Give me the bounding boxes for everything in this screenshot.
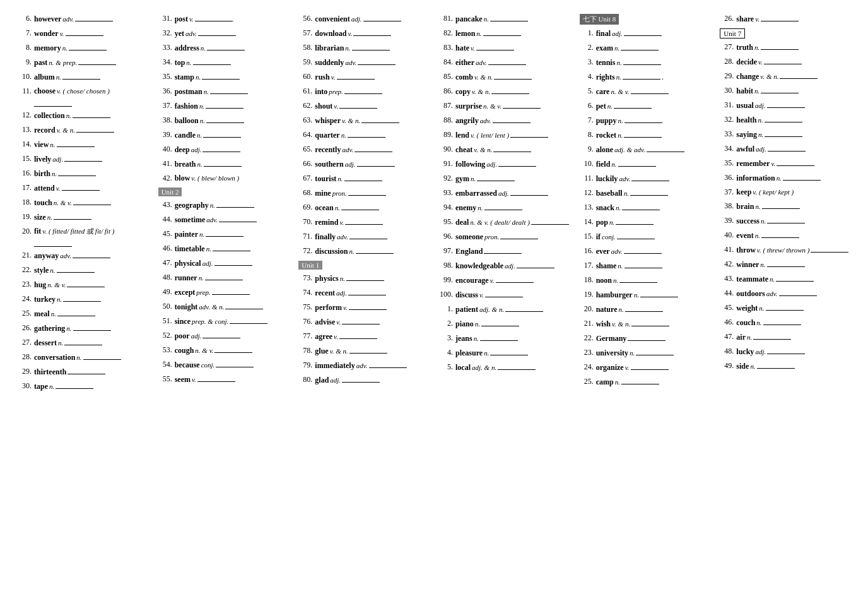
entry-number: 1. [580, 27, 594, 39]
entry-pos: n. [196, 72, 201, 83]
entry-pos: v. [490, 275, 495, 286]
entry-word: glad [315, 374, 329, 386]
entry-content: embarrassed adj. [455, 187, 570, 199]
list-item: 40.deep adj. [158, 143, 289, 155]
entry-pos: n. [759, 303, 764, 314]
entry-content: usual adj. [736, 99, 850, 111]
list-item: 77.agree v. [298, 330, 429, 342]
entry-number: 50. [158, 301, 172, 312]
entry-number: 36. [158, 85, 172, 97]
entry-pos: n. [340, 273, 345, 284]
entry-content: attend v. [34, 182, 148, 194]
entry-content: couch n. [736, 316, 850, 328]
entry-number: 6. [580, 100, 594, 111]
list-item: 20.fit v. ( fitted/ fitted 或 fit/ fit ) [18, 225, 148, 247]
entry-pos: pron. [484, 232, 499, 242]
entry-content: comb v. & n. [455, 71, 570, 83]
entry-number: 22. [18, 264, 32, 275]
entry-pos: adv. & n. [199, 302, 224, 312]
list-item: 61.into prep. [298, 85, 429, 97]
entry-number: 3. [580, 56, 594, 68]
entry-number: 17. [18, 182, 32, 193]
column-4: 81.pancake n.82.lemon n.83.hate v.84.eit… [434, 13, 575, 600]
entry-blank-line [766, 302, 804, 311]
entry-number: 35. [720, 157, 734, 169]
entry-blank-line [78, 56, 116, 65]
entry-pos: adj. [486, 159, 497, 170]
list-item: 38.brain n. [720, 200, 850, 212]
entry-blank-line [619, 274, 657, 283]
entry-blank-line [510, 129, 548, 138]
list-item: 9.alone adj. & adv. [580, 143, 710, 155]
entry-content: perform v. [315, 301, 429, 313]
entry-content: remind v. [315, 216, 429, 228]
list-item: 2.piano n. [439, 318, 570, 330]
entry-number: 64. [298, 129, 312, 140]
entry-blank-line [204, 158, 242, 167]
entry-content: glue v. & n. [315, 345, 429, 357]
entry-pos: conj. [602, 232, 616, 242]
entry-blank-line [493, 114, 531, 123]
entry-number: 31. [720, 99, 734, 110]
entry-word: runner [175, 272, 197, 283]
entry-blank-line [198, 27, 236, 36]
entry-number: 21. [580, 318, 594, 329]
entry-number: 45. [720, 302, 734, 313]
list-item: 42.winner n. [720, 258, 850, 270]
entry-content: tennis n. [596, 56, 710, 68]
list-item: 20.nature n. [580, 303, 710, 315]
entry-word: someone [455, 231, 483, 242]
entry-pos: adj. [351, 14, 362, 25]
entry-blank-line [767, 258, 805, 267]
column-3: 56.convenient adj.57.download v.58.libra… [293, 13, 434, 600]
list-item: 15.if conj. [580, 230, 710, 242]
list-item: 3.tennis n. [580, 56, 710, 68]
entry-number: 37. [720, 186, 734, 198]
entry-blank-line [202, 330, 240, 338]
entry-word: ocean [315, 202, 333, 213]
entry-word: angrily [455, 115, 479, 126]
entry-pos: n. [611, 159, 616, 170]
entry-number: 7. [580, 114, 594, 126]
entry-blank-line [62, 182, 100, 191]
entry-content: puppy n. [596, 114, 710, 126]
entry-content: change v. & n. [736, 70, 850, 82]
entry-blank-line [348, 187, 386, 196]
entry-word: brain [736, 201, 754, 212]
list-item: 48.lucky adj. [720, 345, 850, 357]
entry-blank-line [767, 345, 805, 354]
list-item: 68.mine pron. [298, 187, 429, 199]
entry-word: event [736, 230, 753, 241]
entry-word: truth [736, 42, 753, 53]
entry-number: 16. [580, 245, 594, 256]
entry-content: university n. [596, 347, 710, 359]
entry-blank-line [480, 332, 518, 341]
entry-blank-line [779, 287, 817, 296]
entry-blank-line [811, 244, 848, 253]
list-item: 39.success n. [720, 215, 850, 227]
entry-pos: n. [335, 203, 340, 213]
entry-pos: n. [755, 230, 760, 241]
list-item: 41.throw v. ( threw/ thrown ) [720, 244, 850, 256]
entry-blank-line [58, 167, 96, 176]
list-item: 95.deal n. & v. ( dealt/ dealt ) [439, 216, 570, 228]
list-item: 99.encourage v. [439, 274, 570, 286]
entry-number: 79. [298, 359, 312, 371]
entry-word: thirteenth [34, 366, 66, 378]
entry-number: 70. [298, 216, 312, 227]
entry-number: 10. [580, 158, 594, 169]
list-item: 8.rocket n. [580, 129, 710, 141]
entry-word: touch [34, 197, 52, 208]
entry-content: deep adj. [175, 143, 289, 155]
entry-pos: adj. [202, 258, 213, 269]
entry-blank-line [57, 307, 95, 316]
entry-word: choose [34, 85, 56, 97]
entry-content: yet adv. [175, 27, 289, 39]
entry-number: 71. [298, 230, 312, 242]
entry-content: record v. & n. [34, 124, 148, 136]
entry-pos: v. & n. [330, 346, 348, 357]
entry-number: 69. [298, 201, 312, 213]
entry-word: air [736, 331, 746, 343]
entry-word: luckily [596, 173, 618, 184]
entry-content: success n. [736, 215, 850, 227]
